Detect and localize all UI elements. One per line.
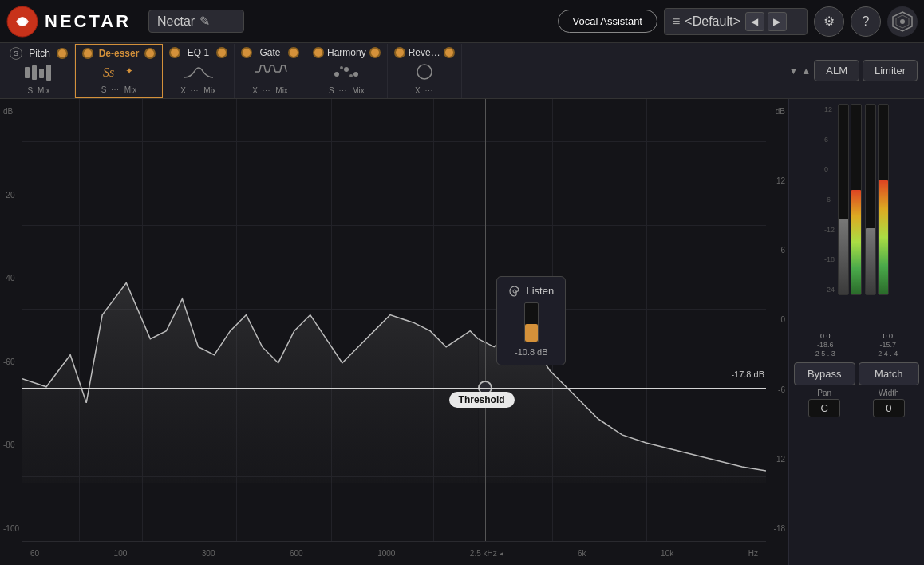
preset-nav: ≡ <Default> ◀ ▶ xyxy=(664,8,808,35)
svg-rect-4 xyxy=(32,65,37,80)
deesser-knob-left[interactable] xyxy=(82,48,93,59)
module-pitch[interactable]: S Pitch S Mix xyxy=(3,44,75,98)
meter-num-1: 0.0 -18.6 2 5 . 3 xyxy=(815,332,835,358)
module-gate[interactable]: Gate X ··· Mix xyxy=(235,44,306,98)
vocal-assistant-button[interactable]: Vocal Assistant xyxy=(558,10,657,33)
vu-meters: 12 6 0 -6 -12 -18 -24 xyxy=(794,104,919,327)
pitch-knob[interactable] xyxy=(57,48,68,59)
db-scale-left: dB -20 -40 -60 -80 -100 xyxy=(0,99,22,541)
listen-db-value: -10.8 dB xyxy=(515,347,548,357)
threshold-label[interactable]: Threshold xyxy=(449,392,515,408)
db-marker: -17.8 dB xyxy=(731,369,764,379)
harmony-knob-right[interactable] xyxy=(369,47,381,58)
pan-label: Pan xyxy=(817,389,831,397)
reverb-knob-left[interactable] xyxy=(394,47,405,58)
izotope-logo xyxy=(887,6,918,37)
help-icon: ? xyxy=(863,14,870,29)
svg-point-24 xyxy=(340,66,343,69)
svg-line-10 xyxy=(259,65,261,72)
listen-meter-fill xyxy=(525,324,538,342)
alm-button[interactable]: ALM xyxy=(814,60,859,81)
vu-meter-2-right xyxy=(878,104,889,295)
spectrum-area[interactable]: dB -20 -40 -60 -80 -100 dB 12 6 0 -6 -12… xyxy=(0,99,788,565)
logo-area: NECTAR xyxy=(6,6,142,38)
gate-icon xyxy=(253,63,288,81)
eq1-icon xyxy=(183,63,215,81)
eq1-knob-right[interactable] xyxy=(216,47,227,58)
module-harmony[interactable]: Harmony S ··· Mix xyxy=(306,44,388,98)
deesser-name: De-esser xyxy=(97,48,141,59)
preset-default: <Default> xyxy=(685,14,740,29)
vu-meter-2-left xyxy=(865,104,876,295)
gate-knob-left[interactable] xyxy=(241,47,252,58)
pitch-solo[interactable]: S xyxy=(10,47,22,60)
listen-label: Listen xyxy=(526,285,554,297)
vu-meter-group-1 xyxy=(838,104,862,327)
help-button[interactable]: ? xyxy=(851,6,881,37)
deesser-icon: Ss ✦ xyxy=(101,63,136,81)
harmony-name: Harmony xyxy=(327,47,366,58)
pencil-icon[interactable]: ✎ xyxy=(199,14,210,29)
svg-point-25 xyxy=(349,74,353,77)
vu-meter-group-2 xyxy=(865,104,889,327)
nav-prev-button[interactable]: ◀ xyxy=(745,12,764,31)
listen-popup: Listen -10.8 dB xyxy=(496,276,566,365)
harmony-knob-left[interactable] xyxy=(313,47,324,58)
module-deesser[interactable]: De-esser Ss ✦ S ··· Mix xyxy=(75,44,163,98)
vu-meter-1-left xyxy=(838,104,849,295)
preset-area[interactable]: Nectar ✎ xyxy=(148,10,244,33)
eq1-knob-left[interactable] xyxy=(169,47,180,58)
harmony-icon xyxy=(329,63,364,81)
preset-name: Nectar xyxy=(157,14,195,29)
width-value[interactable]: 0 xyxy=(873,399,905,417)
svg-point-2 xyxy=(900,19,905,24)
top-bar: NECTAR Nectar ✎ Vocal Assistant ≡ <Defau… xyxy=(0,0,924,43)
vu-meter-pair-2 xyxy=(865,104,889,295)
svg-text:Ss: Ss xyxy=(103,65,114,79)
match-button[interactable]: Match xyxy=(859,362,920,385)
main-area: dB -20 -40 -60 -80 -100 dB 12 6 0 -6 -12… xyxy=(0,99,924,565)
pan-width: Pan C Width 0 xyxy=(794,389,919,417)
svg-line-16 xyxy=(274,65,275,72)
vu-scale: 12 6 0 -6 -12 -18 -24 xyxy=(824,104,835,295)
vu-meter-1-right xyxy=(851,104,862,295)
svg-point-21 xyxy=(334,72,339,77)
listen-ear-icon xyxy=(508,285,521,298)
meter-num-2: 0.0 -15.7 2 4 . 4 xyxy=(878,332,898,358)
listen-header: Listen xyxy=(508,285,554,298)
svg-line-20 xyxy=(285,65,286,72)
svg-point-29 xyxy=(513,290,516,293)
svg-point-23 xyxy=(353,72,358,77)
gear-icon: ⚙ xyxy=(823,14,835,29)
module-reverb[interactable]: Reve… X ··· xyxy=(388,44,462,98)
reverb-knob-right[interactable] xyxy=(444,47,455,58)
pan-value[interactable]: C xyxy=(808,399,840,417)
app-title: NECTAR xyxy=(45,11,131,32)
eq1-name: EQ 1 xyxy=(184,47,213,58)
width-label: Width xyxy=(879,389,899,397)
nav-arrows: ◀ ▶ xyxy=(745,12,787,31)
svg-line-14 xyxy=(269,65,270,72)
right-panel: 12 6 0 -6 -12 -18 -24 xyxy=(788,99,924,565)
freq-scale: 60 100 300 600 1000 2.5 kHz ◂ 6k 10k Hz xyxy=(22,541,766,565)
bypass-button[interactable]: Bypass xyxy=(794,362,855,385)
module-eq1[interactable]: EQ 1 X ··· Mix xyxy=(163,44,235,98)
gate-knob-right[interactable] xyxy=(288,47,299,58)
svg-rect-3 xyxy=(25,67,30,78)
db-scale-right: dB 12 6 0 -6 -12 -18 xyxy=(766,99,788,541)
listen-meter xyxy=(524,302,539,342)
up-arrow: ▲ xyxy=(801,65,811,77)
deesser-knob-right[interactable] xyxy=(144,48,156,59)
logo-icon xyxy=(6,6,38,38)
settings-button[interactable]: ⚙ xyxy=(814,6,844,37)
svg-point-26 xyxy=(417,65,432,79)
threshold-line xyxy=(22,388,766,389)
bypass-match: Bypass Match xyxy=(794,362,919,385)
pan-group: Pan C xyxy=(794,389,855,417)
limiter-button[interactable]: Limiter xyxy=(863,60,918,81)
svg-line-18 xyxy=(280,65,282,72)
nav-next-button[interactable]: ▶ xyxy=(768,12,787,31)
gate-name: Gate xyxy=(255,47,285,58)
module-bar: S Pitch S Mix De-esser Ss ✦ xyxy=(0,43,924,99)
menu-icon: ≡ xyxy=(673,14,680,29)
